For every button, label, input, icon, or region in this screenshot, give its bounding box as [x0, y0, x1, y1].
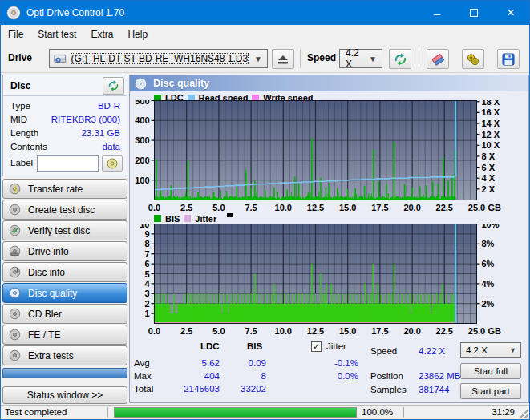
quality-speed-select[interactable]: 4.2 X ▼ [460, 342, 521, 358]
svg-text:7.5: 7.5 [245, 326, 257, 336]
toolbar-separator [419, 50, 419, 68]
erase-disc-button[interactable] [427, 49, 449, 69]
maximize-button[interactable] [455, 1, 492, 25]
tools-button[interactable] [462, 49, 484, 69]
svg-text:2: 2 [144, 299, 149, 309]
svg-text:8: 8 [144, 239, 149, 248]
disc-quality-icon [135, 78, 147, 90]
bis-column-header: BIS [247, 341, 262, 351]
resize-grip[interactable] [519, 409, 528, 418]
disc-icon [9, 224, 21, 236]
save-icon [502, 53, 515, 66]
drive-select-value: (G:) HL-DT-ST BD-RE WH16NS48 1.D3 [70, 52, 250, 65]
menu-file[interactable]: File [1, 26, 30, 42]
close-button[interactable]: × [492, 1, 529, 25]
menu-extra[interactable]: Extra [83, 26, 120, 42]
drive-icon [54, 53, 67, 64]
start-part-button[interactable]: Start part [460, 383, 521, 399]
svg-text:4 X: 4 X [482, 173, 496, 183]
svg-text:2 X: 2 X [482, 184, 496, 194]
contents-label: Contents [10, 142, 47, 151]
disc-row-mid: MID RITEKBR3 (000) [3, 115, 127, 127]
svg-text:GB: GB [488, 203, 502, 212]
svg-text:25.0: 25.0 [468, 326, 485, 336]
svg-text:8 X: 8 X [482, 151, 496, 161]
menu-help[interactable]: Help [120, 26, 155, 42]
label-input[interactable] [37, 155, 99, 172]
speed-stat-value: 4.22 X [419, 346, 445, 356]
svg-text:7: 7 [144, 249, 149, 259]
cursor-marker [227, 213, 233, 217]
length-value: 23.31 GB [81, 128, 120, 138]
disc-icon [9, 183, 21, 195]
gears-icon [466, 53, 480, 66]
disc-icon [9, 204, 21, 216]
jitter-checkbox-label: Jitter [326, 341, 346, 351]
svg-text:20.0: 20.0 [403, 203, 420, 212]
disc-info-icon [9, 266, 21, 278]
menu-start-test[interactable]: Start test [30, 26, 83, 42]
chevron-down-icon: ▼ [249, 55, 267, 63]
drive-select[interactable]: (G:) HL-DT-ST BD-RE WH16NS48 1.D3 ▼ [49, 49, 268, 68]
label-disc-button[interactable] [102, 155, 123, 172]
sidebar-item-verify-test-disc[interactable]: Verify test disc [2, 220, 127, 240]
speed-label: Speed [307, 52, 336, 63]
sidebar-item-cd-bler[interactable]: CD Bler [2, 304, 127, 324]
sidebar-item-disc-quality[interactable]: Disc quality [2, 283, 127, 303]
progress-bar [114, 407, 357, 418]
disc-info-panel: Disc Type BD-R MID RITEKBR3 (000) [2, 75, 127, 176]
minimize-button[interactable]: – [419, 1, 455, 25]
maximize-icon [470, 9, 478, 17]
svg-text:22.5: 22.5 [436, 326, 453, 336]
drive-disc-icon [9, 245, 21, 257]
disc-row-label: Label [3, 155, 127, 173]
disc-quality-panel: Disc quality LDC Read speed Write speed … [129, 75, 529, 403]
max-jitter-value: 0.0% [310, 371, 358, 381]
sidebar-item-transfer-rate[interactable]: Transfer rate [2, 179, 127, 199]
disc-refresh-button[interactable] [103, 77, 124, 95]
sidebar-item-drive-info[interactable]: Drive info [2, 241, 127, 261]
menubar: File Start test Extra Help [1, 25, 529, 43]
disc-icon [9, 308, 21, 320]
jitter-legend-swatch [184, 215, 191, 222]
bis-legend-swatch [154, 215, 161, 222]
eject-button[interactable] [272, 49, 294, 69]
samples-stat-label: Samples [370, 385, 407, 394]
jitter-checkbox[interactable]: ✓ [311, 341, 322, 352]
bis-jitter-chart[interactable]: 109876543210.02.55.07.510.012.515.017.52… [130, 224, 530, 337]
svg-text:0.0: 0.0 [148, 203, 160, 212]
sidebar-item-extra-tests[interactable]: Extra tests [2, 345, 127, 365]
svg-text:GB: GB [488, 326, 502, 336]
save-button[interactable] [497, 49, 520, 69]
svg-text:20.0: 20.0 [403, 326, 420, 336]
svg-text:1: 1 [144, 309, 149, 318]
disc-row-length: Length 23.31 GB [3, 128, 127, 141]
sidebar-item-disc-info[interactable]: Disc info [2, 262, 127, 282]
svg-text:17.5: 17.5 [371, 326, 388, 336]
quality-speed-select-value: 4.2 X [466, 345, 488, 355]
svg-text:7.5: 7.5 [245, 203, 257, 212]
total-ldc-value: 2145603 [180, 384, 220, 394]
refresh-icon [394, 53, 407, 66]
sidebar-item-fe-te[interactable]: FE / TE [2, 325, 127, 345]
label-label: Label [10, 158, 33, 168]
svg-text:6%: 6% [482, 259, 495, 269]
disc-row-type: Type BD-R [3, 101, 127, 114]
mid-label: MID [10, 115, 27, 124]
svg-text:2%: 2% [482, 299, 495, 309]
max-ldc-value: 404 [180, 371, 220, 381]
type-value: BD-R [98, 101, 120, 111]
svg-text:100: 100 [135, 176, 149, 185]
start-full-button[interactable]: Start full [460, 363, 521, 379]
refresh-button[interactable] [389, 49, 411, 69]
status-window-button[interactable]: Status window >> [2, 386, 127, 404]
app-disc-icon [6, 6, 21, 20]
svg-text:2.5: 2.5 [180, 326, 192, 336]
avg-bis-value: 0.09 [226, 358, 266, 368]
ldc-speed-chart[interactable]: 5004003002001000.02.55.07.510.012.515.01… [130, 100, 530, 214]
speed-select[interactable]: 4.2 X ▼ [339, 49, 382, 68]
titlebar: Opti Drive Control 1.70 – × [1, 1, 529, 25]
svg-text:10%: 10% [482, 224, 500, 229]
eraser-icon [431, 53, 445, 66]
sidebar-item-create-test-disc[interactable]: Create test disc [2, 200, 127, 220]
